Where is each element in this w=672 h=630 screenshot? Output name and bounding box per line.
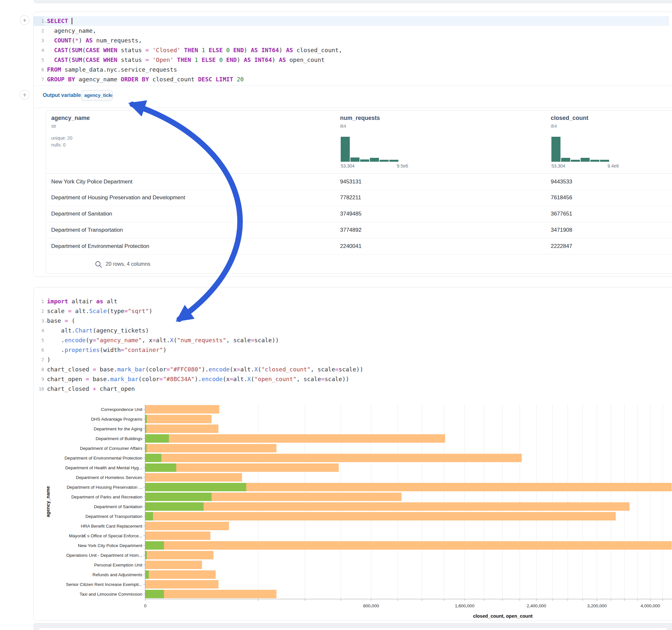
line-number: 4 (34, 45, 44, 55)
bar-open_count (145, 551, 147, 559)
bar-closed_count (145, 502, 629, 511)
python-code-editor[interactable]: 1import altair as alt2scale = alt.Scale(… (34, 296, 669, 394)
bar-closed_count (145, 425, 218, 433)
bar-closed_count (145, 444, 277, 453)
line-number: 6 (34, 65, 44, 75)
cell-agency-name: Department of Sanitation (51, 206, 112, 222)
y-tick-label: DHS Advantage Programs (91, 417, 143, 421)
cell-agency-name: Department of Transportation (51, 222, 123, 238)
output-variable-pill[interactable]: agency_tickets (81, 90, 113, 101)
y-axis-title: agency_name (45, 486, 51, 517)
bar-closed_count (145, 580, 218, 588)
histogram-bar (581, 158, 590, 162)
bar-open_count (145, 425, 146, 433)
y-tick-label: Operations Unit - Department of Hom... (66, 553, 142, 558)
add-cell-button-top[interactable]: + (20, 15, 29, 25)
code-line[interactable]: 6FROM sample_data.nyc.service_requests (34, 65, 669, 75)
bar-open_count (145, 454, 162, 462)
bar-closed_count (145, 571, 216, 579)
table-row[interactable]: Department of Environmental Protection22… (46, 238, 672, 255)
table-row[interactable]: Department of Housing Preservation and D… (46, 190, 672, 206)
code-line[interactable]: 6 .properties(width="container") (34, 345, 669, 355)
column-header-agency-name[interactable]: agency_name str (51, 115, 90, 129)
column-name: agency_name (51, 115, 90, 122)
fold-caret-icon[interactable]: ⌄ (45, 17, 47, 26)
code-line[interactable]: 4 CAST(SUM(CASE WHEN status = 'Closed' T… (34, 45, 669, 55)
table-footer: 20 rows, 4 columns (46, 255, 672, 274)
bar-chart-svg: 0800,0001,600,0002,400,0003,200,0004,000… (34, 397, 672, 621)
code-line[interactable]: 8chart_closed = base.mark_bar(color="#FF… (34, 365, 669, 374)
fold-caret-icon[interactable]: ⌄ (45, 316, 47, 326)
histogram-num-requests (341, 137, 399, 162)
y-tick-label: Personal Exemption Unit (94, 563, 142, 567)
code-line[interactable]: 1import altair as alt (34, 296, 669, 306)
output-variable-label: Output variable: (43, 90, 83, 101)
code-text: import altair as alt (44, 296, 117, 306)
code-text: scale = alt.Scale(type="sqrt") (44, 306, 152, 316)
code-text: chart_closed + chart_open (44, 384, 135, 394)
line-number: 8 (34, 365, 44, 374)
bar-open_count (145, 483, 246, 491)
bar-closed_count (145, 532, 210, 540)
line-number: 2 (34, 306, 44, 316)
cell-closed-count: 9443533 (551, 174, 572, 190)
code-line[interactable]: 2scale = alt.Scale(type="sqrt") (34, 306, 669, 316)
code-text: COUNT(*) AS num_requests, (44, 35, 142, 45)
line-number: 6 (34, 345, 44, 355)
x-tick-label: 2,400,000 (527, 603, 546, 608)
code-line[interactable]: 7) (34, 355, 669, 365)
histogram-bar (590, 160, 599, 162)
y-tick-label: Department for the Aging (94, 427, 142, 431)
column-type: str (51, 123, 90, 129)
column-header-num-requests[interactable]: num_requests i64 (340, 115, 380, 129)
column-header-closed-count[interactable]: closed_count i64 (551, 115, 589, 129)
cell-agency-name: Department of Housing Preservation and D… (51, 190, 185, 206)
code-line[interactable]: 4 alt.Chart(agency_tickets) (34, 326, 669, 335)
code-line[interactable]: 5 .encode(y="agency_name", x=alt.X("num_… (34, 335, 669, 345)
y-tick-label: Department of Environmental Protection (65, 456, 142, 461)
code-text: .encode(y="agency_name", x=alt.X("num_re… (44, 335, 279, 345)
search-icon[interactable] (95, 261, 102, 268)
table-row[interactable]: New York City Police Department945313194… (46, 173, 672, 190)
sql-code-editor[interactable]: 1⌄SELECT 2 agency_name,3 COUNT(*) AS num… (34, 16, 669, 84)
bar-closed_count (145, 551, 213, 559)
cell-num-requests: 3749485 (340, 206, 361, 222)
y-tick-label: Taxi and Limousine Commission (79, 592, 142, 597)
python-cell-card: 1import altair as alt2scale = alt.Scale(… (33, 287, 672, 621)
table-row[interactable]: Department of Transportation377489234719… (46, 222, 672, 239)
code-line[interactable]: 3 COUNT(*) AS num_requests, (34, 35, 669, 45)
bar-closed_count (145, 561, 202, 569)
column-name: closed_count (551, 115, 589, 122)
histogram-bar (571, 160, 580, 162)
next-cell-edge (38, 627, 668, 630)
table-row[interactable]: Department of Sanitation37494853677651 (46, 206, 672, 222)
code-text: GROUP BY agency_name ORDER BY closed_cou… (44, 75, 244, 84)
code-text: chart_closed = base.mark_bar(color="#FFC… (44, 365, 363, 374)
add-cell-button-output[interactable]: + (20, 90, 29, 99)
y-tick-label: Department of Homeless Services (76, 475, 142, 480)
code-line[interactable]: 7GROUP BY agency_name ORDER BY closed_co… (34, 75, 669, 84)
cell-num-requests: 3774892 (340, 222, 361, 238)
code-line[interactable]: 5 CAST(SUM(CASE WHEN status = 'Open' THE… (34, 55, 669, 65)
code-line[interactable]: 9chart_open = base.mark_bar(color="#8BC3… (34, 374, 669, 384)
previous-cell-edge (33, 0, 672, 3)
code-line[interactable]: 2 agency_name, (34, 26, 669, 35)
line-number: 1 (34, 296, 44, 306)
code-line[interactable]: 10chart_closed + chart_open (34, 384, 669, 394)
histogram-bar (380, 160, 389, 162)
code-text: alt.Chart(agency_tickets) (44, 326, 149, 335)
line-number: 7 (34, 355, 44, 365)
code-line[interactable]: 3⌄base = ( (34, 316, 669, 326)
y-tick-label: Department of Buildings (96, 436, 142, 441)
line-number: 4 (34, 326, 44, 335)
y-tick-label: Department of Transportation (85, 514, 142, 519)
histogram-bar (370, 158, 379, 162)
code-text: base = ( (44, 316, 75, 326)
histogram-labels: 53,304 9.5e6 (341, 163, 408, 169)
code-line[interactable]: 1⌄SELECT (34, 16, 669, 26)
histogram-bar (551, 137, 560, 162)
cell-closed-count: 3677651 (551, 206, 572, 222)
histogram-bar (351, 158, 360, 162)
line-number: 5 (34, 335, 44, 345)
y-tick-label: Mayorâ€ s Office of Special Enforce... (69, 533, 142, 538)
